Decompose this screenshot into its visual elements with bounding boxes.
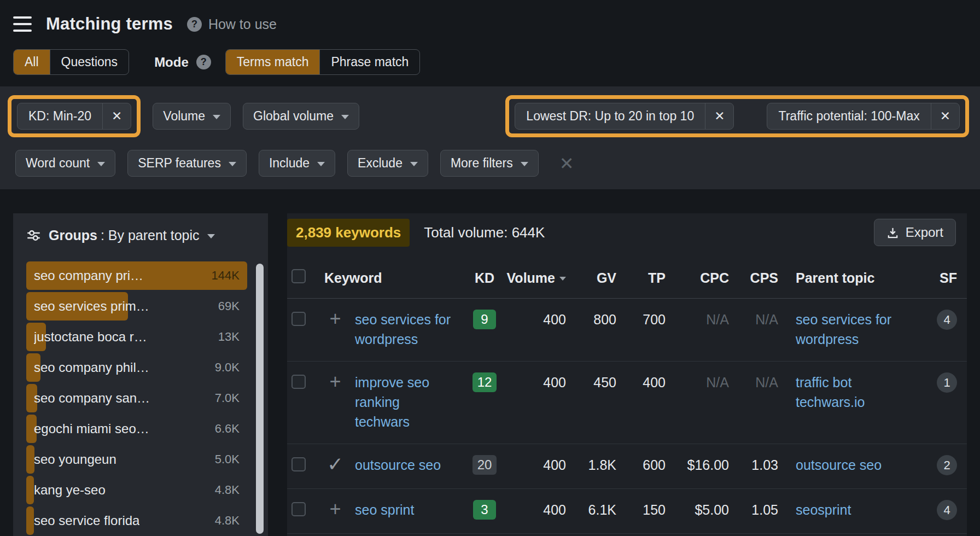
sliders-icon	[26, 228, 41, 243]
cpc-value: N/A	[669, 372, 732, 392]
how-to-use-link[interactable]: ? How to use	[187, 16, 277, 32]
menu-bar	[13, 23, 32, 25]
filter-serp-features-dropdown[interactable]: SERP features	[127, 150, 247, 177]
groups-header[interactable]: Groups: By parent topic	[13, 213, 268, 243]
check-icon: ✓	[327, 455, 343, 474]
group-label: seo youngeun	[34, 452, 116, 467]
sf-badge[interactable]: 4	[937, 500, 957, 520]
remove-lowest-dr-filter-icon[interactable]: ✕	[705, 103, 733, 129]
export-label: Export	[906, 225, 943, 240]
col-cpc[interactable]: CPC	[669, 268, 732, 288]
cps-value: N/A	[732, 372, 781, 392]
tp-value: 150	[620, 500, 669, 520]
col-keyword[interactable]: Keyword	[320, 268, 466, 288]
col-gv[interactable]: GV	[569, 268, 620, 288]
volume-bar	[26, 506, 34, 535]
annotation-highlight-kd: KD: Min-20 ✕	[8, 95, 141, 137]
filter-volume-dropdown[interactable]: Volume	[153, 103, 231, 130]
kd-cell: 12	[466, 372, 503, 392]
filter-traffic-potential-label[interactable]: Traffic potential: 100-Max	[767, 103, 930, 129]
remove-kd-filter-icon[interactable]: ✕	[102, 103, 131, 129]
group-item[interactable]: egochi miami seo… 6.6K	[26, 415, 247, 443]
table-row: + seo sprint 3 400 6.1K 150 $5.00 1.05 s…	[287, 489, 967, 534]
select-all-checkbox[interactable]	[291, 269, 306, 283]
tab-terms-match[interactable]: Terms match	[226, 50, 320, 74]
group-item[interactable]: seo company pri… 144K	[26, 261, 247, 290]
kd-badge: 3	[473, 500, 496, 520]
table-row: + seo services for wordpress 9 400 800 7…	[287, 299, 967, 362]
col-volume[interactable]: Volume	[503, 268, 569, 288]
sidebar-scrollbar[interactable]	[256, 264, 264, 534]
cps-value: 1.03	[732, 455, 781, 475]
group-item[interactable]: seo company san… 7.0K	[26, 384, 247, 412]
group-item[interactable]: seo youngeun 5.0K	[26, 445, 247, 474]
keyword-link[interactable]: seo sprint	[355, 500, 414, 520]
filter-exclude-dropdown[interactable]: Exclude	[347, 150, 428, 177]
keyword-link[interactable]: outsource seo	[355, 455, 441, 475]
group-volume: 9.0K	[215, 360, 240, 375]
results-panel: 2,839 keywords Total volume: 644K Export…	[287, 213, 967, 536]
parent-topic-link[interactable]: seosprint	[796, 500, 851, 520]
row-checkbox[interactable]	[291, 502, 306, 516]
groups-panel: Groups: By parent topic seo company pri……	[13, 213, 268, 536]
keyword-cell: improve seo ranking techwars	[351, 372, 466, 432]
volume-bar	[26, 476, 34, 504]
filter-kd-label[interactable]: KD: Min-20	[18, 103, 102, 129]
col-tp[interactable]: TP	[620, 268, 669, 288]
gv-value: 6.1K	[569, 500, 620, 520]
group-item[interactable]: justoctane boca r… 13K	[26, 323, 247, 351]
filter-panel: KD: Min-20 ✕ Volume Global volume Lowest…	[0, 86, 980, 189]
cpc-value: $16.00	[669, 455, 732, 475]
keyword-link[interactable]: seo services for wordpress	[355, 310, 453, 349]
filter-global-volume-dropdown[interactable]: Global volume	[243, 103, 359, 130]
keyword-cell: seo services for wordpress	[351, 310, 466, 349]
filter-include-dropdown[interactable]: Include	[259, 150, 335, 177]
parent-topic-link[interactable]: traffic bot techwars.io	[796, 372, 908, 412]
total-volume-label: Total volume: 644K	[424, 224, 545, 241]
clear-filters-icon[interactable]: ✕	[559, 155, 574, 172]
sf-badge[interactable]: 2	[937, 455, 957, 475]
tab-questions[interactable]: Questions	[50, 50, 129, 74]
tab-all[interactable]: All	[14, 50, 50, 74]
filter-more-filters-dropdown[interactable]: More filters	[440, 150, 539, 177]
add-keyword-button[interactable]: +	[320, 310, 351, 328]
keyword-link[interactable]: improve seo ranking techwars	[355, 372, 453, 432]
filter-word-count-dropdown[interactable]: Word count	[15, 150, 115, 177]
col-kd[interactable]: KD	[466, 268, 503, 288]
row-checkbox[interactable]	[291, 457, 306, 471]
group-item[interactable]: seo services prim… 69K	[26, 292, 247, 321]
group-item[interactable]: kang ye-seo 4.8K	[26, 476, 247, 504]
sf-cell: 1	[932, 372, 967, 393]
group-item[interactable]: seo company phil… 9.0K	[26, 353, 247, 382]
export-button[interactable]: Export	[874, 219, 956, 246]
row-checkbox[interactable]	[291, 375, 306, 389]
sf-badge[interactable]: 4	[937, 310, 957, 330]
mode-help-icon[interactable]: ?	[196, 55, 211, 69]
keyword-added-indicator[interactable]: ✓	[320, 455, 351, 474]
col-sf[interactable]: SF	[932, 268, 967, 288]
group-volume: 4.8K	[215, 514, 240, 528]
group-label: seo services prim…	[34, 299, 149, 314]
filter-volume-label: Volume	[163, 109, 205, 124]
parent-topic-link[interactable]: outsource seo	[796, 455, 882, 475]
add-keyword-button[interactable]: +	[320, 500, 351, 518]
sf-cell: 4	[932, 310, 967, 330]
parent-topic-link[interactable]: seo services for wordpress	[796, 310, 908, 349]
filter-lowest-dr-label[interactable]: Lowest DR: Up to 20 in top 10	[515, 103, 705, 129]
kd-cell: 9	[466, 310, 503, 329]
top-header: Matching terms ? How to use	[13, 14, 277, 34]
add-keyword-button[interactable]: +	[320, 372, 351, 391]
col-parent-topic[interactable]: Parent topic	[781, 268, 932, 288]
group-volume: 6.6K	[215, 422, 240, 436]
group-label: egochi miami seo…	[34, 421, 149, 436]
tp-value: 600	[620, 455, 669, 475]
remove-traffic-potential-filter-icon[interactable]: ✕	[931, 103, 959, 129]
row-checkbox[interactable]	[291, 312, 306, 326]
sf-badge[interactable]: 1	[937, 372, 957, 393]
menu-icon[interactable]	[13, 16, 32, 32]
group-label: seo company pri…	[34, 268, 143, 283]
group-label: kang ye-seo	[34, 482, 106, 498]
col-cps[interactable]: CPS	[732, 268, 781, 288]
tab-phrase-match[interactable]: Phrase match	[319, 50, 419, 74]
group-item[interactable]: seo service florida 4.8K	[26, 506, 247, 535]
